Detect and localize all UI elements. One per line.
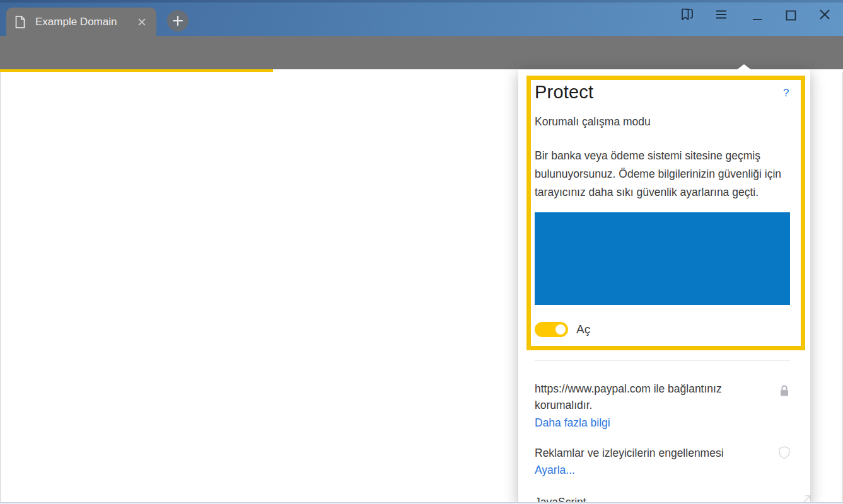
tab-example-domain[interactable]: Example Domain xyxy=(6,8,156,36)
progress-bar xyxy=(0,69,273,72)
plus-icon xyxy=(172,15,183,26)
protect-toggle[interactable] xyxy=(535,322,568,337)
adblock-shield-icon xyxy=(777,445,791,461)
panel-description: Bir banka veya ödeme sistemi sitesine ge… xyxy=(535,147,796,202)
window-edge xyxy=(0,72,1,504)
close-button[interactable] xyxy=(818,8,832,21)
menu-button[interactable] xyxy=(713,8,730,21)
panel-subtitle: Korumalı çalışma modu xyxy=(535,115,651,129)
promo-image xyxy=(535,212,790,305)
connection-info-text: https://www.paypal.com ile bağlantınız k… xyxy=(535,381,762,413)
maximize-button[interactable] xyxy=(784,9,798,21)
more-info-link[interactable]: Daha fazla bilgi xyxy=(535,416,610,430)
close-icon xyxy=(819,9,830,20)
tab-close-icon[interactable] xyxy=(136,16,148,28)
minimize-button[interactable] xyxy=(749,8,765,23)
panel-divider xyxy=(535,360,790,361)
toolbar: https://example.com 2 Korumalı çalışma m… xyxy=(0,36,843,69)
menu-icon xyxy=(716,9,727,20)
collections-button[interactable] xyxy=(678,6,696,23)
connection-lock-icon xyxy=(779,384,789,398)
page-favicon-icon xyxy=(15,16,25,28)
titlebar: Example Domain xyxy=(0,0,843,36)
panel-callout-arrow xyxy=(736,64,752,70)
collections-icon xyxy=(678,6,696,23)
minimize-icon xyxy=(752,9,762,21)
help-link[interactable]: ? xyxy=(783,87,789,100)
panel-title: Protect xyxy=(535,82,593,103)
protect-panel: Protect ? Korumalı çalışma modu Bir bank… xyxy=(518,69,810,504)
tab-title: Example Domain xyxy=(35,16,117,28)
maximize-icon xyxy=(786,10,796,21)
new-tab-button[interactable] xyxy=(167,10,189,32)
toggle-label: Aç xyxy=(576,323,590,336)
adblock-text: Reklamlar ve izleyicilerin engellenmesi xyxy=(535,445,787,461)
toggle-knob xyxy=(555,324,566,335)
adblock-settings-link[interactable]: Ayarla... xyxy=(535,464,575,477)
